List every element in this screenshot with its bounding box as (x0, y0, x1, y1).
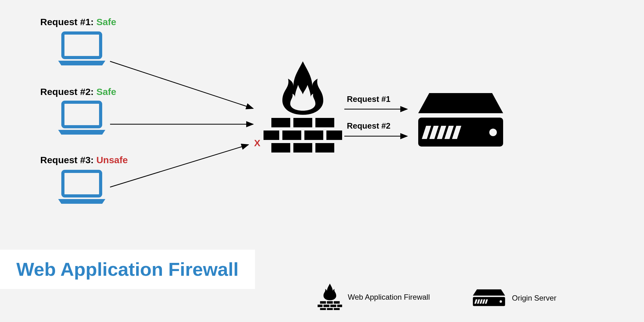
svg-point-25 (489, 129, 497, 136)
laptop-icon (57, 101, 107, 135)
request-prefix: Request #2: (40, 86, 96, 97)
svg-rect-32 (337, 305, 342, 307)
svg-rect-0 (63, 33, 101, 58)
server-icon (472, 288, 506, 308)
svg-rect-30 (324, 305, 330, 307)
request-label-3: Request #3: Unsafe (40, 155, 128, 165)
firewall-icon (318, 283, 342, 311)
diagram-title: Web Application Firewall (16, 258, 239, 280)
svg-rect-31 (330, 305, 336, 307)
svg-rect-26 (320, 301, 326, 304)
svg-rect-9 (271, 118, 290, 127)
svg-line-4 (110, 61, 253, 108)
passed-request-label: Request #1 (347, 94, 391, 104)
legend-server: Origin Server (472, 288, 556, 308)
blocked-x-mark: X (254, 138, 260, 148)
svg-rect-12 (264, 130, 279, 140)
svg-rect-1 (63, 102, 101, 127)
laptop-icon (57, 170, 107, 204)
request-status: Unsafe (96, 155, 128, 165)
firewall-icon (264, 60, 342, 155)
svg-rect-14 (304, 130, 323, 140)
svg-rect-11 (315, 118, 334, 127)
svg-rect-2 (63, 171, 101, 196)
passed-request-label: Request #2 (347, 121, 391, 131)
svg-rect-10 (293, 118, 312, 127)
legend-firewall: Web Application Firewall (318, 283, 430, 311)
svg-rect-16 (271, 143, 290, 153)
laptop-icon (57, 31, 107, 66)
svg-rect-15 (326, 130, 342, 140)
request-status: Safe (96, 17, 116, 27)
diagram-title-box: Web Application Firewall (0, 250, 255, 289)
svg-rect-13 (282, 130, 301, 140)
request-prefix: Request #3: (40, 155, 96, 165)
svg-rect-17 (293, 143, 312, 153)
request-label-1: Request #1: Safe (40, 17, 116, 27)
svg-line-6 (110, 145, 248, 187)
svg-rect-34 (327, 308, 333, 310)
svg-rect-33 (320, 308, 326, 310)
server-icon (415, 89, 506, 153)
legend-server-label: Origin Server (512, 294, 556, 303)
request-prefix: Request #1: (40, 17, 96, 27)
svg-rect-18 (315, 143, 334, 153)
svg-rect-27 (327, 301, 333, 304)
svg-rect-29 (318, 305, 323, 307)
svg-point-42 (500, 300, 502, 303)
svg-rect-35 (334, 308, 340, 310)
request-status: Safe (96, 86, 116, 97)
request-label-2: Request #2: Safe (40, 86, 116, 97)
legend-firewall-label: Web Application Firewall (348, 293, 430, 302)
svg-rect-28 (334, 301, 340, 304)
